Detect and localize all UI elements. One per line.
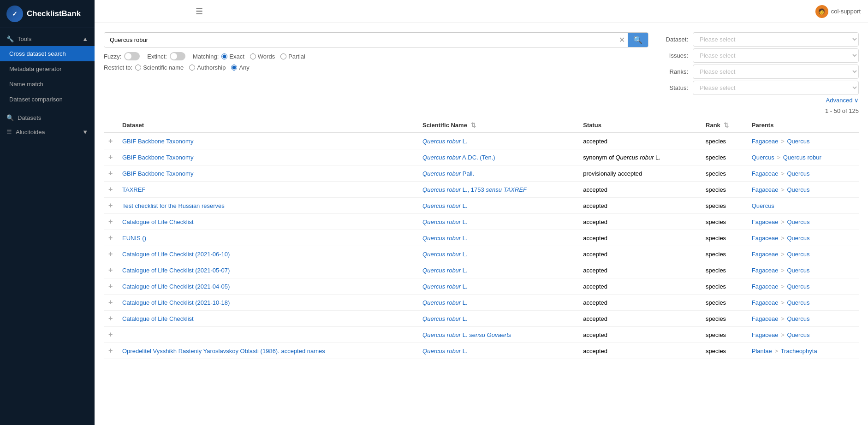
- search-clear-button[interactable]: ✕: [616, 34, 628, 46]
- metadata-generator-item[interactable]: Metadata generator: [0, 61, 95, 77]
- matching-exact[interactable]: Exact: [221, 53, 244, 60]
- parent-link[interactable]: Quercus: [787, 186, 809, 193]
- row-expand-button[interactable]: +: [108, 250, 113, 258]
- cross-dataset-search-item[interactable]: Cross dataset search: [0, 46, 95, 61]
- scientific-name-link[interactable]: Quercus robur L.: [422, 251, 468, 258]
- row-expand-button[interactable]: +: [108, 314, 113, 322]
- parent-link[interactable]: Quercus: [787, 299, 809, 306]
- restrict-scientific[interactable]: Scientific name: [135, 64, 184, 71]
- row-expand-button[interactable]: +: [108, 234, 113, 242]
- row-expand-button[interactable]: +: [108, 266, 113, 274]
- parent-link[interactable]: Quercus: [787, 218, 809, 225]
- dataset-link[interactable]: EUNIS (): [122, 235, 146, 242]
- parent-link[interactable]: Fagaceae: [752, 218, 779, 225]
- parent-link[interactable]: Quercus: [787, 331, 809, 338]
- parent-link[interactable]: Fagaceae: [752, 186, 779, 193]
- row-expand-button[interactable]: +: [108, 185, 113, 193]
- search-button[interactable]: 🔍: [628, 33, 648, 47]
- dataset-link[interactable]: Catalogue of Life Checklist: [122, 218, 194, 225]
- row-expand-button[interactable]: +: [108, 169, 113, 177]
- parent-link[interactable]: Fagaceae: [752, 235, 779, 242]
- matching-partial[interactable]: Partial: [280, 53, 305, 60]
- parent-link[interactable]: Tracheophyta: [781, 348, 817, 354]
- parent-link[interactable]: Quercus: [787, 315, 809, 322]
- hamburger-menu-icon[interactable]: ☰: [196, 6, 203, 17]
- scientific-name-link[interactable]: Quercus robur L.: [422, 138, 468, 145]
- scientific-name-col-header[interactable]: Scientific Name ⇅: [418, 118, 578, 133]
- dataset-comparison-item[interactable]: Dataset comparison: [0, 92, 95, 107]
- scientific-name-link[interactable]: Quercus robur L.: [422, 202, 468, 209]
- parent-link[interactable]: Quercus: [787, 283, 809, 290]
- scientific-name-link[interactable]: Quercus robur L.: [422, 348, 468, 354]
- rank-col-header[interactable]: Rank ⇅: [701, 118, 747, 133]
- extinct-toggle[interactable]: [170, 52, 185, 60]
- parent-link[interactable]: Fagaceae: [752, 170, 779, 177]
- dataset-link[interactable]: Test checklist for the Russian reserves: [122, 202, 225, 209]
- datasets-nav-item[interactable]: 🔍 Datasets: [0, 111, 95, 125]
- restrict-any[interactable]: Any: [231, 64, 249, 71]
- row-expand-button[interactable]: +: [108, 298, 113, 306]
- name-match-item[interactable]: Name match: [0, 77, 95, 92]
- table-row: +GBIF Backbone TaxonomyQuercus robur L.a…: [104, 133, 859, 149]
- parent-link[interactable]: Fagaceae: [752, 138, 779, 145]
- row-expand-button[interactable]: +: [108, 282, 113, 290]
- parent-link[interactable]: Quercus: [787, 138, 809, 145]
- dataset-link[interactable]: TAXREF: [122, 186, 145, 193]
- dataset-link[interactable]: Catalogue of Life Checklist (2021-05-07): [122, 267, 230, 274]
- parent-link[interactable]: Fagaceae: [752, 267, 779, 274]
- dataset-link[interactable]: GBIF Backbone Taxonomy: [122, 170, 193, 177]
- scientific-name-link[interactable]: Quercus robur L. sensu Govaerts: [422, 331, 511, 338]
- alucitoidea-nav-item[interactable]: ☰ Alucitoidea ▼: [0, 125, 95, 139]
- parents-col-header[interactable]: Parents: [747, 118, 859, 133]
- scientific-name-link[interactable]: Quercus robur L.: [422, 235, 468, 242]
- matching-words[interactable]: Words: [250, 53, 275, 60]
- row-expand-button[interactable]: +: [108, 331, 113, 338]
- status-col-header[interactable]: Status: [578, 118, 701, 133]
- user-menu[interactable]: 🧑 col-support: [815, 5, 861, 18]
- scientific-name-link[interactable]: Quercus robur L.: [422, 283, 468, 290]
- parent-link[interactable]: Fagaceae: [752, 331, 779, 338]
- scientific-name-link[interactable]: Quercus robur L.: [422, 299, 468, 306]
- parent-link[interactable]: Fagaceae: [752, 315, 779, 322]
- dataset-link[interactable]: Catalogue of Life Checklist (2021-04-05): [122, 283, 230, 290]
- parent-link[interactable]: Fagaceae: [752, 299, 779, 306]
- dataset-link[interactable]: GBIF Backbone Taxonomy: [122, 154, 193, 161]
- dataset-link[interactable]: Opredelitel Vysshikh Rasteniy Yaroslavsk…: [122, 348, 325, 354]
- scientific-name-link[interactable]: Quercus robur Pall.: [422, 170, 474, 177]
- status-filter-select[interactable]: Please select: [693, 81, 859, 95]
- parent-link[interactable]: Plantae: [752, 348, 772, 354]
- row-expand-button[interactable]: +: [108, 347, 113, 354]
- parent-link[interactable]: Quercus: [752, 154, 774, 161]
- scientific-name-link[interactable]: Quercus robur L., 1753 sensu TAXREF: [422, 186, 527, 193]
- row-expand-button[interactable]: +: [108, 137, 113, 145]
- parent-link[interactable]: Quercus: [787, 267, 809, 274]
- advanced-link[interactable]: Advanced ∨: [656, 97, 859, 104]
- row-expand-button[interactable]: +: [108, 201, 113, 209]
- parent-link[interactable]: Fagaceae: [752, 283, 779, 290]
- row-expand-button[interactable]: +: [108, 153, 113, 161]
- scientific-name-link[interactable]: Quercus robur L.: [422, 267, 468, 274]
- issues-filter-select[interactable]: Please select: [693, 48, 859, 63]
- search-area: ✕ 🔍 Fuzzy: Extinct:: [104, 32, 859, 104]
- scientific-name-link[interactable]: Quercus robur A.DC. (Ten.): [422, 154, 495, 161]
- dataset-filter-select[interactable]: Please select: [693, 32, 859, 47]
- dataset-link[interactable]: GBIF Backbone Taxonomy: [122, 138, 193, 145]
- scientific-name-link[interactable]: Quercus robur L.: [422, 315, 468, 322]
- search-input[interactable]: [104, 33, 616, 47]
- tools-header[interactable]: 🔧 Tools ▲: [0, 32, 95, 46]
- dataset-col-header[interactable]: Dataset: [118, 118, 418, 133]
- parent-link[interactable]: Quercus: [752, 202, 774, 209]
- parent-link[interactable]: Quercus: [787, 251, 809, 258]
- scientific-name-link[interactable]: Quercus robur L.: [422, 218, 468, 225]
- restrict-authorship[interactable]: Authorship: [189, 64, 226, 71]
- dataset-link[interactable]: Catalogue of Life Checklist (2021-10-18): [122, 299, 230, 306]
- dataset-link[interactable]: Catalogue of Life Checklist (2021-06-10): [122, 251, 230, 258]
- parent-link[interactable]: Quercus robur: [783, 154, 821, 161]
- ranks-filter-select[interactable]: Please select: [693, 65, 859, 79]
- parent-link[interactable]: Fagaceae: [752, 251, 779, 258]
- parent-link[interactable]: Quercus: [787, 235, 809, 242]
- row-expand-button[interactable]: +: [108, 218, 113, 225]
- dataset-link[interactable]: Catalogue of Life Checklist: [122, 315, 194, 322]
- parent-link[interactable]: Quercus: [787, 170, 809, 177]
- fuzzy-toggle[interactable]: [124, 52, 140, 60]
